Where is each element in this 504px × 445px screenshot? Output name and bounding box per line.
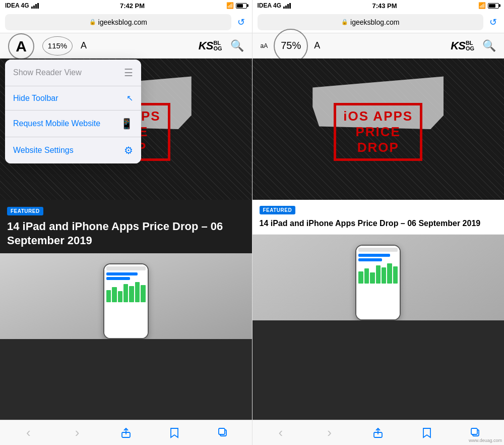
font-percent-right: 75%: [281, 40, 301, 51]
settings-icon: ⚙: [124, 144, 133, 156]
featured-badge-left: FEATURED: [7, 207, 43, 215]
carrier-label: IDEA 4G: [5, 2, 29, 9]
hero-banner-right: iOS APPS PRICE DROP: [253, 59, 505, 200]
reader-view-icon: ☰: [124, 67, 133, 79]
share-button-left[interactable]: [115, 422, 137, 444]
big-a-label-left: A: [16, 38, 27, 55]
request-mobile-label: Request Mobile Website: [13, 119, 100, 129]
url-text-right: igeeksblog.com: [350, 18, 399, 26]
article-area-right: FEATURED 14 iPad and iPhone Apps Price D…: [253, 200, 505, 235]
wifi-icon-left: 📶: [226, 2, 234, 9]
tabs-button-left[interactable]: [212, 422, 234, 444]
address-bar-left[interactable]: 🔒 igeeksblog.com ↺: [0, 11, 252, 33]
phone-in-hand-left: [0, 253, 252, 339]
time-label-right: 7:43 PM: [372, 2, 397, 10]
ks-logo-left: KS BLOG: [199, 40, 222, 51]
right-phone-panel: IDEA 4G 7:43 PM 📶 🔒 igeeksblog.com ↺ aA: [253, 0, 505, 445]
reload-button-left[interactable]: ↺: [235, 15, 247, 30]
font-small-right: aA: [261, 42, 268, 49]
wifi-icon-right: 📶: [478, 2, 486, 9]
hero-line2-right: PRICE: [343, 124, 413, 140]
featured-badge-right: FEATURED: [260, 206, 296, 214]
article-title-left: 14 iPad and iPhone Apps Price Drop – 06 …: [7, 219, 245, 247]
bookmarks-button-right[interactable]: [416, 422, 438, 444]
back-button-left[interactable]: ‹: [17, 422, 39, 444]
phone-in-hand-right: [253, 235, 505, 320]
search-icon-right[interactable]: 🔍: [482, 39, 496, 52]
dropdown-menu: Show Reader View ☰ Hide Toolbar ↖ Reques…: [5, 60, 141, 163]
menu-item-reader[interactable]: Show Reader View ☰: [5, 60, 141, 86]
hero-line3-right: DROP: [343, 140, 413, 155]
status-right-right: 📶: [478, 2, 499, 9]
back-button-right[interactable]: ‹: [270, 422, 292, 444]
font-toolbar-left: A 115% A KS BLOG 🔍: [0, 33, 252, 59]
share-button-right[interactable]: [367, 422, 389, 444]
search-icon-left[interactable]: 🔍: [230, 39, 244, 52]
hero-line1-right: iOS APPS: [343, 108, 413, 124]
url-field-left[interactable]: 🔒 igeeksblog.com: [5, 14, 231, 30]
mobile-icon: 📱: [120, 118, 133, 130]
font-large-right: A: [314, 40, 320, 51]
svg-rect-3: [219, 428, 225, 434]
article-title-right: 14 iPad and iPhone Apps Price Drop – 06 …: [260, 218, 497, 229]
left-phone-panel: IDEA 4G 7:42 PM 📶 🔒 igeeksblog.com ↺ A: [0, 0, 252, 445]
signal-bars: [31, 3, 39, 9]
thumb-area-left: [0, 253, 252, 339]
website-settings-label: Website Settings: [13, 146, 74, 155]
article-area-left: FEATURED 14 iPad and iPhone Apps Price D…: [0, 200, 252, 253]
bottom-toolbar-right: ‹ ›: [253, 420, 505, 445]
watermark: www.deuag.com: [469, 438, 502, 443]
carrier-label-right: IDEA 4G: [258, 2, 282, 9]
font-percent-circle-right: 75%: [274, 29, 308, 63]
forward-button-left[interactable]: ›: [66, 422, 88, 444]
battery-left: [236, 3, 247, 9]
mini-phone-left: [103, 263, 149, 339]
reload-button-right[interactable]: ↺: [487, 15, 499, 30]
signal-bars-right: [283, 3, 291, 9]
lock-icon-left: 🔒: [89, 19, 96, 25]
lock-icon-right: 🔒: [341, 19, 348, 25]
menu-item-toolbar[interactable]: Hide Toolbar ↖: [5, 86, 141, 110]
status-bar-right: IDEA 4G 7:43 PM 📶: [253, 0, 505, 11]
time-label-left: 7:42 PM: [120, 2, 145, 10]
url-field-right[interactable]: 🔒 igeeksblog.com: [258, 14, 484, 30]
status-bar-left: IDEA 4G 7:42 PM 📶: [0, 0, 252, 11]
menu-item-settings[interactable]: Website Settings ⚙: [5, 137, 141, 163]
font-size-circle-left[interactable]: A: [8, 33, 34, 60]
mini-phone-right: [355, 245, 401, 320]
url-text-left: igeeksblog.com: [98, 18, 147, 26]
status-right-left: 📶: [226, 2, 247, 9]
status-left-right: IDEA 4G: [258, 2, 291, 9]
ks-logo-right: KS BLOG: [451, 40, 474, 51]
thumb-area-right: [253, 235, 505, 320]
svg-rect-7: [471, 428, 477, 434]
forward-button-right[interactable]: ›: [319, 422, 341, 444]
battery-right: [488, 3, 499, 9]
hide-toolbar-icon: ↖: [127, 93, 133, 103]
font-percent-left: 115%: [42, 36, 73, 55]
hide-toolbar-label: Hide Toolbar: [13, 94, 58, 103]
status-left: IDEA 4G: [5, 2, 39, 9]
content-area-right: iOS APPS PRICE DROP FEATURED 14 iPad and…: [253, 59, 505, 420]
reader-view-label: Show Reader View: [13, 68, 82, 77]
bookmarks-button-left[interactable]: [163, 422, 185, 444]
bottom-toolbar-left: ‹ ›: [0, 420, 252, 445]
font-toolbar-right: aA 75% A KS BLOG 🔍: [253, 33, 505, 59]
font-large-left: A: [81, 40, 87, 51]
menu-item-mobile[interactable]: Request Mobile Website 📱: [5, 110, 141, 137]
